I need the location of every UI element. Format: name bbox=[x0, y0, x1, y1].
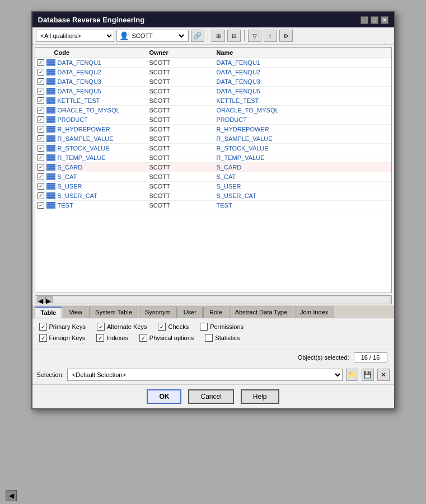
nav-tab-join-index[interactable]: Join Index bbox=[294, 307, 334, 318]
nav-tab-abstract-data-type[interactable]: Abstract Data Type bbox=[229, 307, 293, 318]
title-bar: Database Reverse Engineering _ □ ✕ bbox=[32, 12, 394, 27]
nav-tab-user[interactable]: User bbox=[177, 307, 203, 318]
minimize-button[interactable]: _ bbox=[361, 16, 368, 24]
folder-icon: 📁 bbox=[348, 371, 356, 379]
row-owner: SCOTT bbox=[149, 154, 170, 161]
row-checkbox[interactable] bbox=[38, 107, 44, 114]
option-checkbox[interactable] bbox=[96, 334, 104, 342]
row-checkbox[interactable] bbox=[38, 69, 44, 76]
table-row[interactable]: R_SAMPLE_VALUE SCOTT R_SAMPLE_VALUE bbox=[35, 134, 391, 144]
table-row[interactable]: DATA_FENQU5 SCOTT DATA_FENQU5 bbox=[35, 87, 391, 96]
row-name: R_SAMPLE_VALUE bbox=[217, 135, 273, 142]
user-icon: 👤 bbox=[119, 31, 129, 40]
table-row[interactable]: ORACLE_TO_MYSQL SCOTT ORACLE_TO_MYSQL bbox=[35, 106, 391, 115]
connect-button[interactable]: 🔗 bbox=[191, 30, 204, 42]
row-checkbox[interactable] bbox=[38, 88, 44, 95]
owner-select[interactable]: SCOTT bbox=[130, 32, 186, 40]
row-checkbox[interactable] bbox=[38, 192, 44, 199]
option-alternate-keys[interactable]: Alternate Keys bbox=[97, 323, 147, 331]
option-checkbox[interactable] bbox=[97, 323, 105, 331]
option-physical-options[interactable]: Physical options bbox=[139, 334, 194, 342]
nav-tab-role[interactable]: Role bbox=[203, 307, 228, 318]
row-checkbox[interactable] bbox=[38, 154, 44, 161]
table-row[interactable]: R_STOCK_VALUE SCOTT R_STOCK_VALUE bbox=[35, 144, 391, 153]
nav-tab-system-table[interactable]: System Table bbox=[89, 307, 138, 318]
status-label: Object(s) selected: bbox=[298, 354, 349, 361]
filter-button[interactable]: ▽ bbox=[248, 30, 261, 42]
nav-tab-synonym[interactable]: Synonym bbox=[139, 307, 177, 318]
row-name: S_USER_CAT bbox=[217, 192, 256, 199]
row-checkbox[interactable] bbox=[38, 116, 44, 123]
horizontal-scrollbar[interactable]: ◀ ▶ bbox=[35, 295, 392, 304]
row-checkbox[interactable] bbox=[38, 126, 44, 133]
option-checkbox[interactable] bbox=[158, 323, 166, 331]
option-foreign-keys[interactable]: Foreign Keys bbox=[39, 334, 86, 342]
row-code: TEST bbox=[58, 202, 73, 209]
scroll-track bbox=[53, 297, 389, 303]
close-button[interactable]: ✕ bbox=[381, 16, 388, 24]
option-statistics[interactable]: Statistics bbox=[205, 334, 240, 342]
table-row[interactable]: PRODUCT SCOTT PRODUCT bbox=[35, 115, 391, 125]
selection-delete-btn[interactable]: ✕ bbox=[377, 369, 390, 381]
row-checkbox[interactable] bbox=[38, 59, 44, 66]
row-checkbox[interactable] bbox=[38, 78, 44, 85]
table-row[interactable]: S_USER SCOTT S_USER bbox=[35, 182, 391, 191]
row-checkbox[interactable] bbox=[38, 173, 44, 180]
row-checkbox[interactable] bbox=[38, 202, 44, 209]
table-row[interactable]: TEST SCOTT TEST bbox=[35, 201, 391, 210]
sort-button[interactable]: ↕ bbox=[264, 30, 277, 42]
row-code-cell: R_TEMP_VALUE bbox=[38, 154, 149, 161]
row-checkbox[interactable] bbox=[38, 183, 44, 190]
table-row[interactable]: S_USER_CAT SCOTT S_USER_CAT bbox=[35, 191, 391, 201]
select-all-button[interactable]: ⊞ bbox=[212, 30, 225, 42]
table-row[interactable]: DATA_FENQU1 SCOTT DATA_FENQU1 bbox=[35, 58, 391, 68]
option-permissions[interactable]: Permissions bbox=[200, 323, 244, 331]
qualifier-select[interactable]: <All qualifiers> bbox=[36, 30, 114, 42]
row-checkbox[interactable] bbox=[38, 135, 44, 142]
row-owner-cell: SCOTT bbox=[149, 192, 217, 199]
table-row[interactable]: DATA_FENQU3 SCOTT DATA_FENQU3 bbox=[35, 77, 391, 87]
selection-select[interactable]: <Default Selection> bbox=[67, 369, 343, 381]
options-button[interactable]: ⚙ bbox=[279, 30, 293, 42]
row-name: S_CARD bbox=[217, 164, 242, 171]
cancel-button[interactable]: Cancel bbox=[188, 389, 233, 404]
nav-tab-view[interactable]: View bbox=[63, 307, 88, 318]
option-indexes[interactable]: Indexes bbox=[96, 334, 128, 342]
row-owner-cell: SCOTT bbox=[149, 78, 217, 85]
ok-button[interactable]: OK bbox=[147, 389, 181, 404]
deselect-button[interactable]: ⊟ bbox=[227, 30, 241, 42]
scroll-right-btn[interactable]: ▶ bbox=[45, 296, 53, 303]
option-primary-keys[interactable]: Primary Keys bbox=[39, 323, 86, 331]
scroll-left-btn[interactable]: ◀ bbox=[38, 296, 45, 303]
table-row[interactable]: KETTLE_TEST SCOTT KETTLE_TEST bbox=[35, 96, 391, 106]
table-row[interactable]: S_CAT SCOTT S_CAT bbox=[35, 172, 391, 182]
row-name: TEST bbox=[217, 202, 232, 209]
option-checks[interactable]: Checks bbox=[158, 323, 189, 331]
table-row[interactable]: DATA_FENQU2 SCOTT DATA_FENQU2 bbox=[35, 68, 391, 77]
selection-folder-btn[interactable]: 📁 bbox=[346, 369, 358, 381]
table-type-icon bbox=[46, 116, 55, 123]
selection-save-btn[interactable]: 💾 bbox=[362, 369, 374, 381]
nav-tab-table[interactable]: Table bbox=[35, 307, 63, 318]
table-rows-container: DATA_FENQU1 SCOTT DATA_FENQU1 DATA_FENQU… bbox=[35, 58, 391, 210]
table-row[interactable]: R_TEMP_VALUE SCOTT R_TEMP_VALUE bbox=[35, 153, 391, 163]
help-button[interactable]: Help bbox=[241, 389, 279, 404]
option-checkbox[interactable] bbox=[139, 334, 147, 342]
row-code: S_USER_CAT bbox=[58, 192, 97, 199]
row-checkbox[interactable] bbox=[38, 145, 44, 152]
row-name: R_STOCK_VALUE bbox=[217, 145, 269, 152]
row-owner-cell: SCOTT bbox=[149, 97, 217, 104]
option-checkbox[interactable] bbox=[200, 323, 208, 331]
table-row[interactable]: R_HYDREPOWER SCOTT R_HYDREPOWER bbox=[35, 125, 391, 134]
option-checkbox[interactable] bbox=[39, 334, 47, 342]
option-label: Alternate Keys bbox=[107, 323, 147, 330]
scroll-indicator[interactable]: ◀ bbox=[6, 490, 17, 501]
maximize-button[interactable]: □ bbox=[371, 16, 378, 24]
data-table[interactable]: Code Owner Name DATA_FENQU1 SCOTT DATA_F… bbox=[35, 47, 392, 293]
row-owner: SCOTT bbox=[149, 116, 170, 123]
row-checkbox[interactable] bbox=[38, 164, 44, 171]
option-checkbox[interactable] bbox=[205, 334, 213, 342]
table-row[interactable]: S_CARD SCOTT S_CARD bbox=[35, 163, 391, 172]
option-checkbox[interactable] bbox=[39, 323, 47, 331]
row-checkbox[interactable] bbox=[38, 97, 44, 104]
